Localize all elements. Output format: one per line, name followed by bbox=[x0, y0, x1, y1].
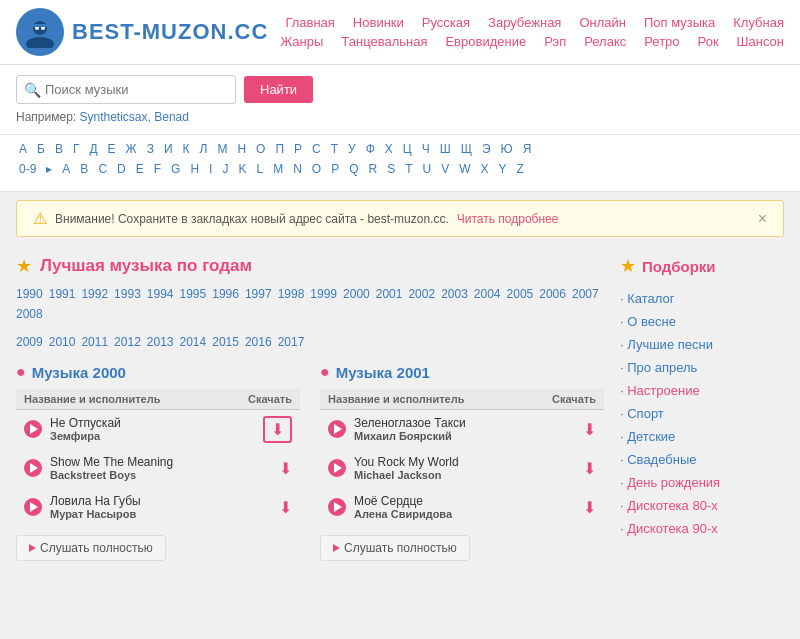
year-link-1993[interactable]: 1993 bbox=[114, 287, 141, 301]
year-link-2006[interactable]: 2006 bbox=[539, 287, 566, 301]
year-link-2005[interactable]: 2005 bbox=[507, 287, 534, 301]
alpha-link-Э[interactable]: Э bbox=[479, 141, 494, 157]
year-link-1996[interactable]: 1996 bbox=[212, 287, 239, 301]
music-2000-title[interactable]: Музыка 2000 bbox=[32, 364, 126, 381]
year-link-2011[interactable]: 2011 bbox=[81, 335, 108, 349]
play-button[interactable] bbox=[328, 420, 346, 438]
listen-btn-2000[interactable]: Слушать полностью bbox=[16, 535, 166, 561]
alpha-link-T[interactable]: T bbox=[402, 161, 415, 177]
nav-link-pop[interactable]: Поп музыка bbox=[644, 15, 715, 30]
example-link-syntheticsax[interactable]: Syntheticsax bbox=[80, 110, 148, 124]
alpha-link-O[interactable]: O bbox=[309, 161, 324, 177]
sidebar-link[interactable]: Про апрель bbox=[627, 360, 697, 375]
alpha-link-A[interactable]: A bbox=[59, 161, 73, 177]
search-button[interactable]: Найти bbox=[244, 76, 313, 103]
alpha-link-C[interactable]: C bbox=[95, 161, 110, 177]
year-link-2003[interactable]: 2003 bbox=[441, 287, 468, 301]
close-icon[interactable]: × bbox=[758, 210, 767, 228]
alpha-link-В[interactable]: В bbox=[52, 141, 66, 157]
nav-link-zarubezhnaya[interactable]: Зарубежная bbox=[488, 15, 561, 30]
alpha-link-P[interactable]: P bbox=[328, 161, 342, 177]
alpha-link-H[interactable]: H bbox=[187, 161, 202, 177]
play-button[interactable] bbox=[328, 498, 346, 516]
year-link-1998[interactable]: 1998 bbox=[278, 287, 305, 301]
play-button[interactable] bbox=[328, 459, 346, 477]
alpha-link-J[interactable]: J bbox=[219, 161, 231, 177]
alpha-link-Ж[interactable]: Ж bbox=[123, 141, 140, 157]
alpha-link-У[interactable]: У bbox=[345, 141, 359, 157]
year-link-2001[interactable]: 2001 bbox=[376, 287, 403, 301]
alpha-link-D[interactable]: D bbox=[114, 161, 129, 177]
alpha-link-П[interactable]: П bbox=[272, 141, 287, 157]
sidebar-link[interactable]: Дискотека 80-х bbox=[627, 498, 718, 513]
nav-link-glavnaya[interactable]: Главная bbox=[285, 15, 334, 30]
year-link-1995[interactable]: 1995 bbox=[180, 287, 207, 301]
sidebar-link[interactable]: Свадебные bbox=[627, 452, 696, 467]
sidebar-link[interactable]: Настроение bbox=[627, 383, 699, 398]
alpha-link-F[interactable]: F bbox=[151, 161, 164, 177]
year-link-2008[interactable]: 2008 bbox=[16, 307, 43, 321]
year-link-2004[interactable]: 2004 bbox=[474, 287, 501, 301]
alpha-link-И[interactable]: И bbox=[161, 141, 176, 157]
alpha-link-Р[interactable]: Р bbox=[291, 141, 305, 157]
alpha-link-N[interactable]: N bbox=[290, 161, 305, 177]
nav-link-evrovidenie[interactable]: Евровидение bbox=[445, 34, 526, 49]
nav-link-novinki[interactable]: Новинки bbox=[353, 15, 404, 30]
alpha-link-Н[interactable]: Н bbox=[234, 141, 249, 157]
alpha-link-0-9[interactable]: 0-9 bbox=[16, 161, 39, 177]
alpha-link-Б[interactable]: Б bbox=[34, 141, 48, 157]
year-link-2015[interactable]: 2015 bbox=[212, 335, 239, 349]
alpha-link-Т[interactable]: Т bbox=[328, 141, 341, 157]
alpha-link-M[interactable]: M bbox=[270, 161, 286, 177]
sidebar-link[interactable]: О весне bbox=[627, 314, 676, 329]
alpha-link-Y[interactable]: Y bbox=[496, 161, 510, 177]
listen-btn-2001[interactable]: Слушать полностью bbox=[320, 535, 470, 561]
sidebar-link[interactable]: Спорт bbox=[627, 406, 664, 421]
alpha-link-W[interactable]: W bbox=[456, 161, 473, 177]
nav-link-clubnaya[interactable]: Клубная bbox=[733, 15, 784, 30]
alpha-link-V[interactable]: V bbox=[438, 161, 452, 177]
search-input[interactable] bbox=[16, 75, 236, 104]
nav-link-rep[interactable]: Рэп bbox=[544, 34, 566, 49]
year-link-2016[interactable]: 2016 bbox=[245, 335, 272, 349]
nav-link-shanson[interactable]: Шансон bbox=[737, 34, 784, 49]
alpha-link-К[interactable]: К bbox=[180, 141, 193, 157]
alpha-link-Ц[interactable]: Ц bbox=[400, 141, 415, 157]
alpha-link-R[interactable]: R bbox=[366, 161, 381, 177]
alpha-link-G[interactable]: G bbox=[168, 161, 183, 177]
year-link-2013[interactable]: 2013 bbox=[147, 335, 174, 349]
alpha-link-О[interactable]: О bbox=[253, 141, 268, 157]
alpha-link-А[interactable]: А bbox=[16, 141, 30, 157]
alpha-link-Ч[interactable]: Ч bbox=[419, 141, 433, 157]
alpha-link-Q[interactable]: Q bbox=[346, 161, 361, 177]
year-link-1994[interactable]: 1994 bbox=[147, 287, 174, 301]
alpha-link-Л[interactable]: Л bbox=[197, 141, 211, 157]
nav-link-russkaya[interactable]: Русская bbox=[422, 15, 470, 30]
alpha-link-B[interactable]: B bbox=[77, 161, 91, 177]
alpha-link-Я[interactable]: Я bbox=[520, 141, 535, 157]
alert-link[interactable]: Читать подробнее bbox=[457, 212, 559, 226]
sidebar-link[interactable]: Детские bbox=[627, 429, 675, 444]
alpha-link-Е[interactable]: Е bbox=[105, 141, 119, 157]
download-icon[interactable]: ⬇ bbox=[583, 421, 596, 438]
example-link-benad[interactable]: Benad bbox=[154, 110, 189, 124]
nav-link-zhanry[interactable]: Жанры bbox=[280, 34, 323, 49]
download-icon-highlighted[interactable]: ⬇ bbox=[263, 416, 292, 443]
alpha-link-K[interactable]: K bbox=[235, 161, 249, 177]
sidebar-link[interactable]: Лучшие песни bbox=[627, 337, 713, 352]
year-link-2002[interactable]: 2002 bbox=[408, 287, 435, 301]
sidebar-link[interactable]: Каталог bbox=[627, 291, 674, 306]
play-button[interactable] bbox=[24, 459, 42, 477]
alpha-link-U[interactable]: U bbox=[420, 161, 435, 177]
alpha-link-С[interactable]: С bbox=[309, 141, 324, 157]
nav-link-retro[interactable]: Ретро bbox=[644, 34, 679, 49]
download-icon[interactable]: ⬇ bbox=[279, 499, 292, 516]
year-link-1999[interactable]: 1999 bbox=[310, 287, 337, 301]
nav-link-tantsevalnaya[interactable]: Танцевальная bbox=[341, 34, 427, 49]
nav-link-relaks[interactable]: Релакс bbox=[584, 34, 626, 49]
alpha-link-Ш[interactable]: Ш bbox=[437, 141, 454, 157]
alpha-link-Ю[interactable]: Ю bbox=[498, 141, 516, 157]
play-button[interactable] bbox=[24, 420, 42, 438]
download-icon[interactable]: ⬇ bbox=[583, 499, 596, 516]
alpha-link-З[interactable]: З bbox=[144, 141, 157, 157]
